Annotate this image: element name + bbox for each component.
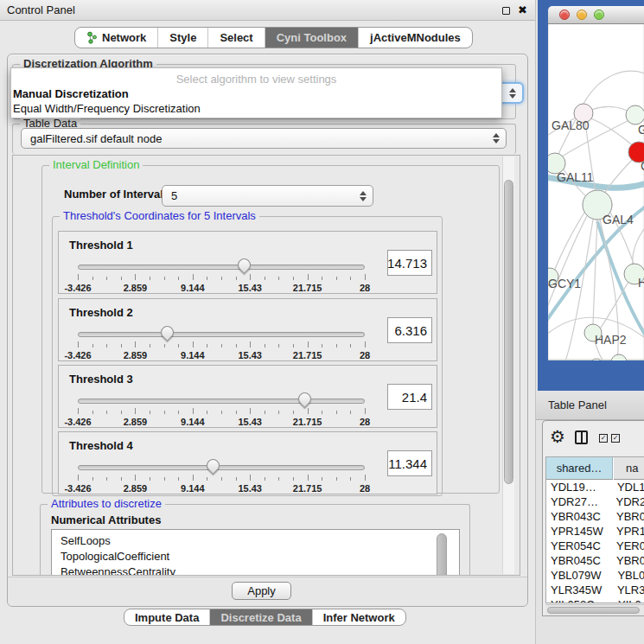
network-node[interactable] — [590, 359, 603, 360]
tab-cyni-toolbox[interactable]: Cyni Toolbox — [265, 28, 358, 48]
table-row[interactable]: YBL079WYBL0 — [546, 569, 644, 583]
network-node[interactable] — [611, 354, 627, 360]
table-row[interactable]: YLR345WYLR3 — [546, 583, 644, 598]
tick-label: 28 — [360, 483, 370, 494]
slider-thumb[interactable] — [204, 456, 222, 475]
tick-mark — [150, 477, 150, 481]
tick-label: 21.715 — [293, 483, 322, 494]
tick-label: 21.715 — [293, 350, 322, 360]
tick-mark — [164, 477, 165, 481]
threshold-slider-2[interactable]: -3.4262.8599.14415.4321.71528 — [78, 327, 365, 361]
scrollbar-thumb[interactable] — [504, 180, 513, 484]
top-tab-bar: NetworkStyleSelectCyni ToolboxjActiveMNo… — [74, 27, 473, 48]
tick-mark — [178, 411, 179, 414]
network-canvas[interactable]: GAL80GACGAL11GAL4GCY1HHAP2 — [548, 24, 644, 360]
threshold-slider-4[interactable]: -3.4262.8599.14415.4321.71528 — [78, 460, 365, 494]
numerical-attributes-list[interactable]: SelfLoopsTopologicalCoefficientBetweenne… — [51, 529, 460, 576]
table-row[interactable]: YPR145WYPR1 — [546, 525, 644, 539]
tick-mark — [265, 344, 265, 348]
table-row[interactable]: YBR045CYBR0 — [546, 554, 644, 569]
dropdown-option-manual-discretization[interactable]: Manual Discretization — [13, 87, 129, 100]
tab-infer-network[interactable]: Infer Network — [312, 609, 405, 625]
algorithm-dropdown-popup: Select algorithm to view settings Manual… — [10, 67, 502, 118]
threshold-value-field[interactable]: 11.344 — [387, 450, 432, 476]
network-window-titlebar[interactable] — [548, 6, 644, 24]
slider-track[interactable] — [78, 332, 365, 337]
dropdown-option-equal-width-frequency[interactable]: Equal Width/Frequency Discretization — [13, 102, 201, 115]
horizontal-scrollbar-thumb[interactable] — [547, 607, 640, 614]
apply-button[interactable]: Apply — [232, 582, 291, 600]
tick-label: 15.43 — [238, 483, 262, 494]
threshold-label: Threshold 3 — [69, 373, 133, 386]
threshold-box-2: Threshold 2-3.4262.8599.14415.4321.71528… — [58, 298, 437, 361]
slider-ticks — [78, 341, 365, 349]
tick-mark — [236, 277, 237, 280]
table-row[interactable]: YDL19…YDL1 — [546, 481, 644, 495]
tab-jactivemnodules[interactable]: jActiveMNodules — [358, 28, 472, 48]
tick-mark — [336, 344, 337, 348]
tab-style[interactable]: Style — [157, 28, 207, 48]
close-icon[interactable]: ✖ — [518, 3, 527, 16]
attribute-list-item[interactable]: TopologicalCoefficient — [52, 549, 459, 564]
threshold-slider-1[interactable]: -3.4262.8599.14415.4321.71528 — [78, 259, 365, 294]
tick-mark — [265, 277, 265, 280]
cell-name: YDL1 — [612, 481, 644, 495]
tab-select[interactable]: Select — [207, 28, 264, 48]
list-scrollbar[interactable] — [437, 533, 447, 576]
checkbox-icon[interactable]: ✓ — [599, 434, 608, 443]
network-node-ga[interactable] — [626, 105, 644, 124]
tick-label: 28 — [360, 417, 370, 427]
cell-shared-name: YER054C — [546, 539, 611, 554]
scrollbar-track[interactable] — [502, 156, 514, 574]
tick-mark — [308, 408, 309, 414]
threshold-slider-3[interactable]: -3.4262.8599.14415.4321.71528 — [78, 393, 365, 428]
table-row[interactable]: YDR27…YDR2 — [546, 495, 644, 510]
zoom-light[interactable] — [594, 10, 604, 20]
slider-ticks — [78, 475, 365, 482]
attribute-list-item[interactable]: SelfLoops — [52, 533, 459, 549]
threshold-value-field[interactable]: 6.316 — [387, 317, 432, 343]
gear-icon[interactable]: ⚙ — [550, 426, 565, 447]
tick-mark — [106, 344, 107, 348]
tick-mark — [365, 274, 366, 280]
tick-mark — [135, 274, 136, 280]
slider-thumb[interactable] — [158, 323, 176, 341]
threshold-value-field[interactable]: 14.713 — [387, 250, 432, 276]
float-window-icon[interactable] — [502, 7, 510, 15]
combo-arrows-icon — [493, 133, 500, 143]
slider-track[interactable] — [78, 265, 365, 270]
split-columns-icon[interactable] — [575, 430, 588, 444]
tab-network[interactable]: Network — [75, 28, 157, 48]
table-row[interactable]: YBR043CYBR0 — [546, 510, 644, 525]
slider-thumb[interactable] — [235, 256, 253, 274]
tick-label: 15.43 — [238, 417, 262, 427]
tab-label: Cyni Toolbox — [277, 31, 347, 44]
slider-ticks — [78, 408, 365, 416]
minimize-light[interactable] — [577, 10, 587, 20]
column-header-shared-name[interactable]: shared… — [546, 457, 613, 480]
node-label: GA — [638, 123, 644, 137]
checkbox-icon[interactable]: ✓ — [611, 434, 620, 443]
column-header-name[interactable]: na — [614, 457, 644, 480]
tab-impute-data[interactable]: Impute Data — [124, 609, 209, 625]
attribute-list-item[interactable]: BetweennessCentrality — [52, 564, 459, 576]
tick-mark — [207, 344, 207, 348]
table-row[interactable]: YIL052CYIL0 — [546, 598, 644, 603]
number-of-intervals-combobox[interactable]: 5 — [162, 185, 373, 207]
tick-mark — [322, 277, 322, 280]
slider-track[interactable] — [78, 399, 365, 404]
tab-discretize-data[interactable]: Discretize Data — [209, 609, 311, 625]
table-row[interactable]: YER054CYER0 — [546, 539, 644, 554]
close-light[interactable] — [559, 10, 570, 20]
tick-mark — [164, 277, 165, 280]
table-data-combobox[interactable]: galFiltered.sif default node — [21, 128, 507, 149]
tick-mark — [350, 411, 351, 414]
tick-mark — [221, 344, 222, 348]
tick-mark — [92, 411, 93, 414]
tick-label: -3.426 — [64, 283, 91, 293]
slider-thumb[interactable] — [296, 390, 314, 408]
threshold-value-field[interactable]: 21.4 — [387, 384, 432, 410]
tick-mark — [121, 477, 122, 481]
slider-track[interactable] — [78, 465, 365, 470]
horizontal-scrollbar-track[interactable] — [545, 604, 644, 615]
